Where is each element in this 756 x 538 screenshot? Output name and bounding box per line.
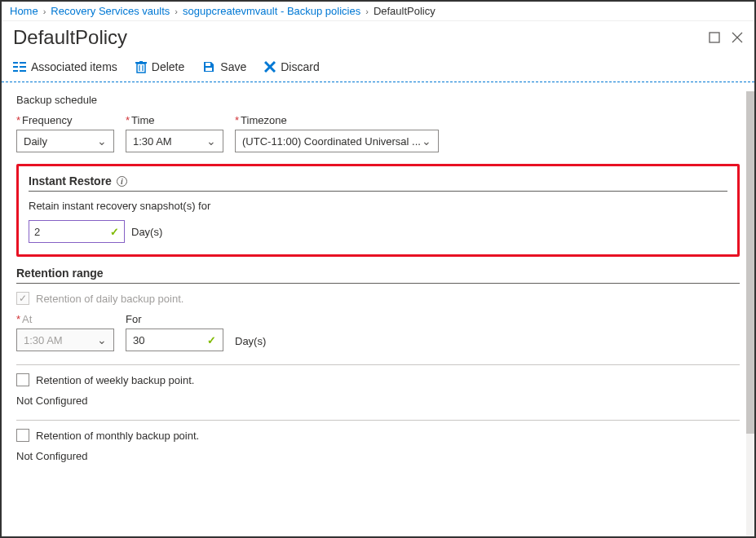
- divider: [16, 420, 740, 421]
- svg-rect-11: [139, 61, 143, 62]
- chevron-right-icon: ›: [365, 7, 369, 16]
- svg-rect-15: [206, 68, 212, 71]
- at-time-value: 1:30 AM: [24, 334, 63, 346]
- close-icon[interactable]: [732, 32, 743, 43]
- monthly-retention-label: Retention of monthly backup point.: [36, 430, 199, 442]
- monthly-retention-checkbox[interactable]: [16, 429, 29, 442]
- retention-range-heading: Retention range: [16, 267, 740, 284]
- chevron-right-icon: ›: [43, 7, 46, 16]
- page-title: DefaultPolicy: [13, 26, 127, 49]
- for-days-value: 30: [133, 334, 144, 346]
- svg-rect-9: [137, 64, 145, 73]
- breadcrumb-vault-policies[interactable]: sogupcreatevmvault - Backup policies: [183, 5, 360, 17]
- delete-button[interactable]: Delete: [135, 60, 184, 73]
- save-icon: [202, 60, 215, 73]
- toolbar-label: Discard: [281, 60, 319, 73]
- svg-rect-14: [206, 63, 210, 66]
- instant-restore-heading: Instant Restore i: [29, 174, 727, 192]
- breadcrumb-current: DefaultPolicy: [374, 5, 435, 17]
- time-value: 1:30 AM: [133, 135, 172, 148]
- for-label: For: [126, 313, 223, 325]
- timezone-value: (UTC-11:00) Coordinated Universal ...: [242, 135, 421, 148]
- info-icon[interactable]: i: [117, 176, 127, 187]
- backup-schedule-heading: Backup schedule: [16, 94, 740, 106]
- instant-restore-section: Instant Restore i Retain instant recover…: [16, 164, 740, 257]
- trash-icon: [135, 61, 147, 73]
- snapshot-days-value: 2: [34, 226, 40, 238]
- days-suffix: Day(s): [235, 335, 266, 347]
- retain-snapshot-label: Retain instant recovery snapshot(s) for: [29, 200, 727, 212]
- at-label: *At: [16, 313, 114, 325]
- checkmark-icon: ✓: [110, 226, 119, 238]
- frequency-value: Daily: [24, 135, 47, 148]
- days-suffix: Day(s): [131, 226, 162, 238]
- daily-retention-label: Retention of daily backup point.: [36, 293, 183, 305]
- weekly-not-configured: Not Configured: [16, 395, 740, 407]
- discard-button[interactable]: Discard: [264, 60, 319, 73]
- time-label: *Time: [126, 114, 223, 126]
- svg-rect-4: [20, 62, 26, 64]
- time-select[interactable]: 1:30 AM ⌄: [126, 130, 223, 152]
- chevron-right-icon: ›: [175, 7, 178, 16]
- svg-rect-10: [135, 62, 147, 64]
- toolbar-label: Delete: [152, 60, 184, 73]
- monthly-not-configured: Not Configured: [16, 450, 740, 462]
- scrollbar-thumb[interactable]: [746, 91, 754, 434]
- chevron-down-icon: ⌄: [97, 333, 107, 346]
- x-icon: [264, 61, 276, 73]
- breadcrumb-recovery-vaults[interactable]: Recovery Services vaults: [51, 5, 170, 17]
- command-bar: Associated items Delete Save Discard: [2, 55, 754, 82]
- daily-retention-checkbox: ✓: [16, 292, 29, 305]
- save-button[interactable]: Save: [202, 60, 246, 73]
- weekly-retention-checkbox[interactable]: [16, 373, 29, 386]
- svg-rect-6: [20, 66, 26, 68]
- snapshot-days-input[interactable]: 2 ✓: [29, 220, 125, 243]
- toolbar-label: Associated items: [31, 60, 117, 73]
- list-icon: [13, 61, 26, 73]
- divider: [16, 364, 740, 365]
- frequency-label: *Frequency: [16, 114, 114, 126]
- associated-items-button[interactable]: Associated items: [13, 60, 117, 73]
- svg-rect-7: [13, 70, 18, 72]
- timezone-select[interactable]: (UTC-11:00) Coordinated Universal ... ⌄: [235, 130, 439, 152]
- chevron-down-icon: ⌄: [97, 134, 107, 148]
- frequency-select[interactable]: Daily ⌄: [16, 130, 114, 152]
- restore-window-icon[interactable]: [709, 32, 720, 43]
- timezone-label: *Timezone: [235, 114, 439, 126]
- at-time-select: 1:30 AM ⌄: [16, 329, 114, 351]
- chevron-down-icon: ⌄: [206, 134, 216, 148]
- svg-rect-3: [13, 62, 18, 64]
- svg-rect-8: [20, 70, 26, 72]
- weekly-retention-label: Retention of weekly backup point.: [36, 374, 194, 386]
- svg-rect-5: [13, 66, 18, 68]
- checkmark-icon: ✓: [207, 334, 216, 346]
- content-area: Backup schedule *Frequency Daily ⌄ *Time…: [2, 82, 754, 527]
- for-days-input[interactable]: 30 ✓: [126, 329, 223, 351]
- svg-rect-0: [710, 33, 719, 42]
- breadcrumb: Home › Recovery Services vaults › sogupc…: [2, 2, 754, 21]
- chevron-down-icon: ⌄: [422, 134, 431, 148]
- breadcrumb-home[interactable]: Home: [10, 5, 38, 17]
- page-header: DefaultPolicy: [2, 21, 754, 55]
- scrollbar[interactable]: [746, 91, 754, 536]
- toolbar-label: Save: [220, 60, 246, 73]
